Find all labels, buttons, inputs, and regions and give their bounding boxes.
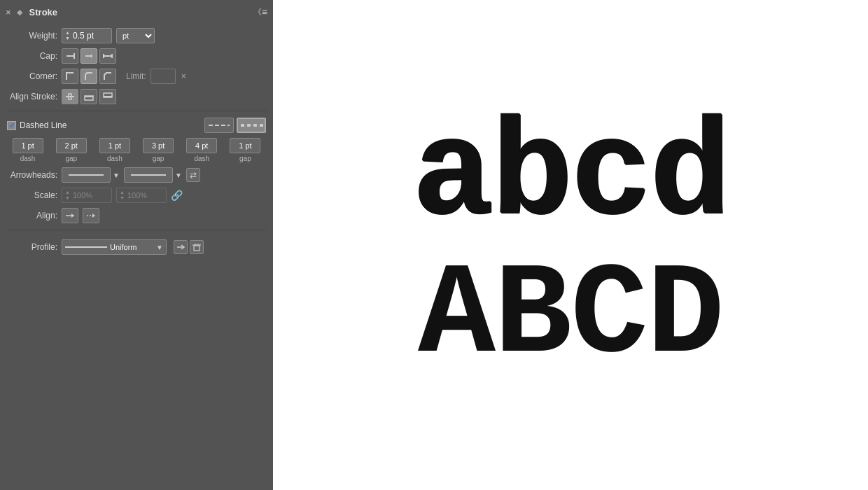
cap-square-button[interactable] — [99, 48, 116, 64]
dash-style-2-button[interactable] — [237, 118, 266, 133]
limit-clear-button[interactable]: × — [181, 71, 186, 81]
scale-start-spinner[interactable]: ▲ ▼ — [65, 190, 70, 200]
arrowhead-end-wrap: ▼ — [124, 167, 182, 183]
svg-rect-1 — [74, 53, 75, 59]
arrow-end-line — [131, 174, 166, 176]
dash-input-4[interactable] — [186, 138, 217, 153]
svg-rect-4 — [111, 54, 113, 58]
gap-input-3[interactable] — [143, 138, 174, 153]
dash-gap-cell-1: gap — [50, 138, 92, 162]
cap-row: Cap: — [7, 48, 266, 64]
arrowhead-start-wrap: ▼ — [62, 167, 120, 183]
gap-input-5[interactable] — [230, 138, 260, 153]
svg-rect-6 — [66, 96, 74, 97]
close-button[interactable]: × — [6, 8, 11, 17]
collapse-arrows[interactable]: 《 — [253, 6, 262, 18]
corner-buttons — [62, 69, 116, 84]
link-icon[interactable]: 🔗 — [171, 190, 183, 201]
align-option-1-button[interactable] — [62, 208, 78, 223]
dash-sub-4: dash — [194, 155, 209, 162]
svg-rect-5 — [103, 54, 104, 58]
corner-row: Corner: Limit: — [7, 69, 266, 84]
divider-2 — [7, 230, 266, 230]
scale-start-input[interactable]: ▲ ▼ 100% — [62, 188, 112, 203]
align-label: Align: — [7, 211, 57, 220]
align-inside-button[interactable] — [80, 89, 97, 104]
panel-menu-icon[interactable]: ≡ — [262, 6, 267, 18]
corner-round-button[interactable] — [80, 69, 97, 84]
canvas: abcd ABCD — [273, 0, 868, 490]
arrowhead-start-dropdown[interactable]: ▼ — [113, 172, 120, 179]
dash-gap-cell-2: dash — [94, 138, 135, 162]
corner-bevel-button[interactable] — [99, 69, 116, 84]
arrowhead-start-select[interactable] — [62, 167, 111, 183]
dash-sub-2: dash — [107, 155, 122, 162]
dash-gap-cell-5: gap — [225, 138, 266, 162]
align-option-2-button[interactable] — [83, 208, 99, 223]
corner-label: Corner: — [7, 71, 57, 81]
profile-line-preview — [65, 246, 107, 248]
svg-marker-21 — [71, 214, 74, 218]
panel-dot: ◆ — [17, 8, 22, 17]
scale-end-input[interactable]: ▲ ▼ 100% — [116, 188, 167, 203]
dashed-checkbox-wrap[interactable]: ✓ Dashed Line — [7, 120, 66, 130]
align-outside-button[interactable] — [99, 89, 116, 104]
cap-label: Cap: — [7, 51, 57, 61]
svg-rect-16 — [241, 124, 244, 127]
scale-label: Scale: — [7, 190, 57, 200]
spinner-arrows[interactable]: ▲ ▼ — [65, 30, 70, 41]
corner-miter-button[interactable] — [62, 69, 78, 84]
divider-1 — [7, 111, 266, 111]
lowercase-text: abcd — [412, 108, 729, 245]
align-stroke-buttons — [62, 89, 116, 104]
dash-sub-3: gap — [153, 155, 164, 162]
svg-rect-2 — [85, 55, 91, 57]
cap-butt-button[interactable] — [62, 48, 78, 64]
panel-body: Weight: ▲ ▼ 0.5 pt pt px in mm Cap: — [0, 22, 273, 260]
scale-end-spinner[interactable]: ▲ ▼ — [120, 190, 125, 200]
profile-value: Uniform — [110, 243, 137, 251]
dash-sub-1: gap — [65, 155, 77, 162]
panel-titlebar-left: × ◆ Stroke — [6, 7, 57, 18]
arrowhead-end-select[interactable] — [124, 167, 173, 183]
svg-rect-0 — [66, 55, 74, 57]
text-display: abcd ABCD — [287, 108, 854, 382]
align-row: Align: — [7, 208, 266, 223]
dash-gap-cell-3: gap — [138, 138, 179, 162]
dash-style-buttons — [204, 118, 266, 133]
profile-delete-button[interactable] — [190, 240, 204, 254]
dash-input-2[interactable] — [99, 138, 130, 153]
align-stroke-row: Align Stroke: — [7, 89, 266, 104]
profile-extra-buttons — [174, 240, 204, 254]
weight-value: 0.5 pt — [73, 31, 108, 41]
stroke-panel: × ◆ Stroke 《 ≡ Weight: ▲ ▼ 0.5 pt pt px … — [0, 0, 273, 490]
profile-dropdown-arrow[interactable]: ▼ — [156, 244, 163, 251]
dashed-label: Dashed Line — [20, 120, 66, 130]
dash-input-0[interactable] — [13, 138, 43, 153]
dashed-checkbox[interactable]: ✓ — [7, 121, 16, 130]
dashed-line-row: ✓ Dashed Line — [7, 118, 266, 133]
svg-rect-18 — [253, 124, 257, 127]
scale-start-value: 100% — [73, 191, 108, 200]
swap-icon: ⇄ — [190, 170, 197, 180]
dash-gap-grid: dash gap dash gap dash gap — [7, 138, 266, 162]
profile-flip-button[interactable] — [174, 240, 188, 254]
limit-label: Limit: — [126, 71, 146, 81]
weight-input[interactable]: ▲ ▼ 0.5 pt — [62, 28, 112, 43]
weight-label: Weight: — [7, 31, 57, 41]
scale-row: Scale: ▲ ▼ 100% ▲ ▼ 100% 🔗 — [7, 188, 266, 203]
dash-style-1-button[interactable] — [204, 118, 234, 133]
svg-rect-24 — [194, 246, 200, 251]
weight-unit-dropdown[interactable]: pt px in mm — [116, 28, 155, 43]
profile-select[interactable]: Uniform ▼ — [62, 239, 167, 255]
gap-input-1[interactable] — [56, 138, 87, 153]
align-center-button[interactable] — [62, 89, 78, 104]
dash-sub-5: gap — [239, 155, 251, 162]
cap-round-button[interactable] — [80, 48, 97, 64]
arrowheads-row: Arrowheads: ▼ ▼ ⇄ — [7, 167, 266, 183]
arrowhead-swap-button[interactable]: ⇄ — [186, 168, 200, 182]
panel-title: Stroke — [29, 7, 57, 18]
profile-row: Profile: Uniform ▼ — [7, 239, 266, 255]
arrowhead-end-dropdown[interactable]: ▼ — [175, 172, 182, 179]
limit-input[interactable] — [150, 69, 176, 84]
